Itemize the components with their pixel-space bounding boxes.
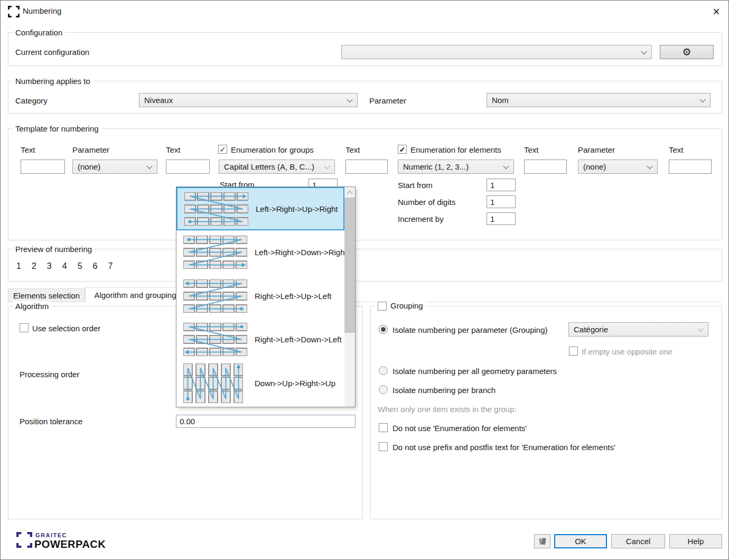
number-of-digits-input[interactable]: 1 (487, 195, 516, 208)
if-empty-label: If empty use opposite one (582, 347, 672, 357)
grouping-checkbox[interactable] (378, 302, 387, 311)
category-select-value: Niveaux (144, 96, 173, 105)
enum-elements-label: Enumeration for elements (410, 145, 501, 155)
template-group: Template for numbering (8, 128, 722, 240)
start-from-input[interactable]: 1 (487, 179, 516, 191)
tab-algorithm-grouping-label: Algorithm and grouping (94, 291, 176, 300)
grouping-group-header: Grouping (375, 301, 426, 311)
position-tolerance-input[interactable]: 0.00 (176, 415, 356, 428)
graitec-logo-icon (16, 532, 32, 548)
configuration-select[interactable] (341, 45, 652, 59)
brand-powerpack: POWERPACK (34, 539, 106, 549)
isolate-per-branch-label: Isolate numbering per branch (392, 386, 496, 395)
template-parameter-label-2: Parameter (578, 145, 615, 155)
suffix-text-label-1: Text (524, 145, 539, 155)
suffix-text-label-2: Text (669, 145, 684, 155)
prefix-text-input-1[interactable] (21, 160, 65, 174)
enum-elements-select[interactable]: Numeric (1, 2, 3...) (398, 160, 514, 174)
isolate-per-geometry-radio[interactable] (379, 366, 388, 375)
category-select[interactable]: Niveaux (139, 93, 358, 107)
order-option-lr-down[interactable]: Left->Right->Down->Right (176, 230, 344, 274)
number-of-digits-label: Number of digits (398, 198, 455, 207)
order-diagram-icon (183, 236, 249, 269)
increment-by-input[interactable]: 1 (487, 212, 516, 225)
number-of-digits-value: 1 (490, 198, 494, 207)
one-item-note-label: When only one item exists in the group: (378, 405, 517, 414)
close-button[interactable]: × (706, 3, 726, 21)
category-label: Category (15, 96, 48, 106)
isolate-per-geometry-label: Isolate numbering per all geometry param… (392, 367, 557, 376)
prefix-text-input-2[interactable] (166, 160, 210, 174)
cancel-button[interactable]: Cancel (611, 534, 665, 548)
parameter-label: Parameter (369, 96, 406, 106)
if-empty-checkbox[interactable] (569, 347, 578, 356)
template-parameter-select-1[interactable]: (none) (72, 160, 157, 174)
preview-group: Preview of numbering (8, 249, 722, 282)
order-diagram-icon (183, 323, 249, 356)
library-button[interactable] (534, 534, 550, 548)
chevron-down-icon (347, 96, 352, 102)
manage-configurations-button[interactable]: ⚙ (660, 45, 714, 59)
start-from-value: 1 (490, 181, 494, 190)
check-icon: ✓ (220, 146, 226, 153)
tab-elements-selection-label: Elements selection (13, 291, 80, 300)
template-parameter-label-1: Parameter (72, 145, 109, 155)
tab-algorithm-grouping[interactable]: Algorithm and grouping (85, 287, 185, 302)
gear-icon: ⚙ (682, 47, 691, 57)
check-icon: ✓ (399, 146, 406, 153)
prefix-text-label-2: Text (166, 145, 181, 155)
no-enum-checkbox[interactable] (379, 423, 388, 432)
increment-by-label: Increment by (398, 214, 444, 224)
use-selection-order-checkbox[interactable] (20, 323, 29, 332)
scrollbar-thumb[interactable] (344, 198, 355, 333)
prefix-text-label-1: Text (21, 145, 35, 155)
help-button[interactable]: Help (669, 534, 722, 548)
start-from-label: Start from (398, 181, 433, 190)
processing-order-label: Processing order (20, 370, 79, 379)
order-option-vertical[interactable]: Down->Up->Right->Up (176, 361, 344, 405)
order-option-lr-up[interactable]: Left->Right->Up->Right (176, 187, 344, 230)
configuration-group-label: Configuration (13, 27, 65, 38)
dropdown-scrollbar[interactable] (344, 187, 355, 407)
order-option-label: Right->Left->Up->Left (255, 292, 332, 301)
template-parameter-select-1-value: (none) (78, 162, 100, 171)
enum-groups-label: Enumeration for groups (231, 145, 314, 155)
window-title: Numbering (23, 6, 61, 16)
template-parameter-select-2[interactable]: (none) (578, 160, 658, 174)
close-icon: × (713, 5, 719, 19)
order-option-rl-down[interactable]: Right->Left->Down->Left (176, 318, 344, 361)
preview-value: 3 (47, 262, 52, 271)
suffix-text-input-2[interactable] (669, 160, 712, 174)
no-prefix-postfix-label: Do not use prefix and postfix text for '… (392, 443, 615, 452)
order-option-rl-up[interactable]: Right->Left->Up->Left (176, 274, 344, 318)
order-option-label: Left->Right->Down->Right (255, 248, 347, 257)
no-prefix-postfix-checkbox[interactable] (379, 442, 388, 451)
numbering-dialog-icon (8, 6, 20, 17)
chevron-down-icon (641, 48, 647, 54)
preview-value: 5 (78, 262, 82, 271)
suffix-text-input-1[interactable] (524, 160, 567, 174)
enum-groups-checkbox[interactable]: ✓ (218, 145, 227, 154)
isolate-per-parameter-radio[interactable] (379, 325, 388, 334)
brand-graitec: GRAITEC (35, 533, 67, 538)
tab-elements-selection[interactable]: Elements selection (8, 288, 85, 302)
enum-groups-select[interactable]: Capital Letters (A, B, C...) (219, 160, 335, 174)
books-icon (538, 537, 547, 546)
chevron-down-icon (647, 163, 652, 169)
isolate-per-parameter-label: Isolate numbering per parameter (Groupin… (392, 325, 547, 335)
help-button-label: Help (688, 537, 704, 546)
isolate-per-branch-radio[interactable] (379, 385, 388, 394)
enum-elements-checkbox[interactable]: ✓ (398, 145, 407, 154)
algorithm-group-label: Algorithm (13, 301, 51, 311)
numbering-dialog: Numbering × Configuration Current config… (0, 0, 729, 560)
ok-button[interactable]: OK (554, 534, 607, 548)
scroll-up-icon[interactable] (344, 187, 355, 198)
parameter-select[interactable]: Nom (487, 93, 711, 107)
enum-groups-select-value: Capital Letters (A, B, C...) (224, 162, 314, 171)
grouping-parameter-select[interactable]: Catégorie (568, 322, 708, 337)
chevron-down-icon (146, 163, 152, 169)
chevron-down-icon (324, 163, 330, 169)
grouping-group-label: Grouping (390, 301, 423, 311)
parameter-select-value: Nom (492, 96, 509, 105)
mid-text-input[interactable] (345, 160, 388, 174)
